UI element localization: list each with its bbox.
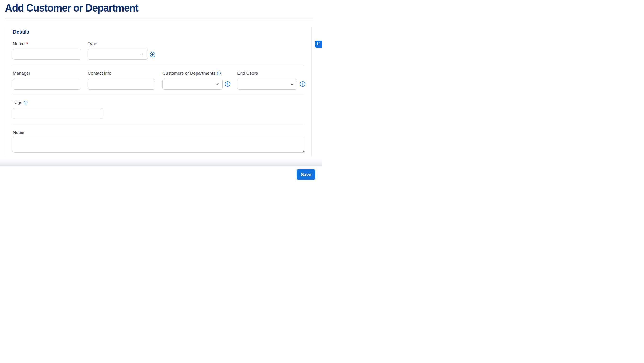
- chevron-down-icon: [140, 52, 144, 56]
- chevron-down-icon: [215, 82, 219, 86]
- page-title: Add Customer or Department: [5, 2, 138, 14]
- tree-view-icon: [316, 42, 320, 47]
- name-label: Name*: [13, 41, 28, 47]
- customers-or-departments-select[interactable]: [162, 79, 222, 90]
- contact-info-label: Contact Info: [88, 71, 111, 76]
- tags-label: Tags: [13, 100, 28, 105]
- row-divider: [13, 65, 304, 65]
- chevron-down-icon: [290, 82, 294, 86]
- tags-input[interactable]: [13, 108, 103, 119]
- notes-label: Notes: [13, 130, 24, 135]
- plus-circle-icon: [300, 81, 306, 87]
- contact-info-input[interactable]: [88, 79, 155, 90]
- customers-or-departments-label: Customers or Departments: [162, 71, 221, 76]
- save-button[interactable]: Save: [297, 169, 315, 180]
- end-users-select[interactable]: [237, 79, 298, 90]
- manager-input[interactable]: [13, 79, 80, 90]
- info-icon[interactable]: [217, 71, 221, 75]
- add-customer-or-department-button[interactable]: [225, 81, 230, 87]
- details-panel: Details Name* Type Manager Contact Info …: [5, 27, 312, 156]
- footer-shadow: [0, 159, 322, 165]
- row-divider: [13, 95, 304, 95]
- end-users-label: End Users: [237, 71, 258, 76]
- details-heading: Details: [13, 29, 29, 35]
- row-divider: [13, 124, 304, 124]
- name-input[interactable]: [13, 49, 80, 60]
- footer-bar: Save: [0, 165, 322, 182]
- notes-textarea[interactable]: [13, 137, 305, 153]
- plus-circle-icon: [150, 52, 156, 58]
- plus-circle-icon: [225, 81, 230, 87]
- add-end-user-button[interactable]: [300, 81, 306, 87]
- tree-view-button[interactable]: [315, 41, 322, 48]
- add-type-button[interactable]: [150, 52, 156, 58]
- title-divider: [5, 19, 313, 19]
- info-icon[interactable]: [24, 101, 28, 105]
- required-asterisk: *: [26, 41, 28, 47]
- type-select[interactable]: [88, 49, 148, 60]
- type-label: Type: [88, 41, 97, 47]
- manager-label: Manager: [13, 71, 30, 76]
